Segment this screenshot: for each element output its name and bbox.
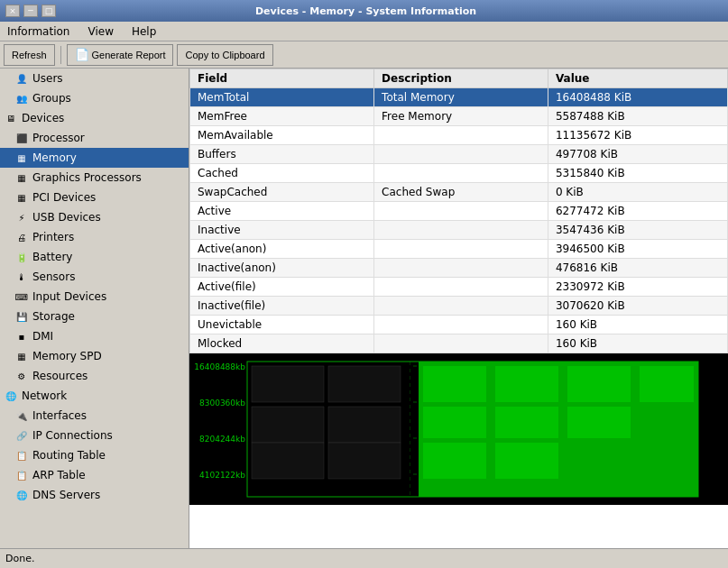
- cell-description: [374, 145, 548, 164]
- cell-value: 160 KiB: [548, 334, 727, 353]
- sidebar-item-storage[interactable]: 💾 Storage: [0, 307, 189, 326]
- sidebar-item-network[interactable]: 🌐 Network: [0, 386, 189, 406]
- table-row[interactable]: Mlocked 160 KiB: [190, 334, 728, 353]
- sidebar-item-ipconn[interactable]: 🔗 IP Connections: [0, 426, 189, 445]
- cell-field: Mlocked: [190, 334, 374, 353]
- sidebar-item-resources[interactable]: ⚙ Resources: [0, 366, 189, 386]
- cell-value: 476816 KiB: [548, 259, 727, 278]
- generate-report-label: Generate Report: [92, 50, 166, 60]
- sidebar-item-routing[interactable]: 📋 Routing Table: [0, 445, 189, 465]
- sidebar-label-interfaces: Interfaces: [32, 409, 87, 422]
- sidebar-item-arp[interactable]: 📋 ARP Table: [0, 465, 189, 485]
- sidebar-item-usb[interactable]: ⚡ USB Devices: [0, 207, 189, 227]
- sidebar-item-users[interactable]: 👤 Users: [0, 69, 189, 88]
- sidebar-item-dns[interactable]: 🌐 DNS Servers: [0, 485, 189, 505]
- sidebar-label-devices: Devices: [22, 112, 64, 124]
- sensors-icon: 🌡: [14, 270, 29, 284]
- cell-value: 6277472 KiB: [548, 202, 727, 221]
- memory-icon: ▦: [14, 151, 29, 165]
- table-row[interactable]: MemTotal Total Memory 16408488 KiB: [190, 88, 728, 107]
- sidebar-label-arp: ARP Table: [32, 469, 86, 481]
- generate-report-button[interactable]: 📄 Generate Report: [67, 44, 174, 66]
- resources-icon: ⚙: [14, 369, 29, 383]
- cell-field: Inactive(file): [190, 297, 374, 316]
- svg-rect-29: [423, 443, 486, 479]
- copy-clipboard-button[interactable]: Copy to Clipboard: [177, 44, 272, 66]
- toolbar: Refresh 📄 Generate Report Copy to Clipbo…: [0, 41, 728, 69]
- sidebar-label-dmi: DMI: [32, 330, 53, 343]
- interfaces-icon: 🔌: [14, 408, 29, 423]
- sidebar-label-groups: Groups: [32, 92, 71, 105]
- generate-report-icon: 📄: [75, 48, 89, 61]
- sidebar-item-dmi[interactable]: ▪ DMI: [0, 326, 189, 346]
- svg-rect-19: [328, 366, 401, 402]
- table-row[interactable]: Active(file) 2330972 KiB: [190, 278, 728, 297]
- menu-view[interactable]: View: [84, 24, 116, 39]
- cell-description: Total Memory: [374, 88, 548, 107]
- col-value: Value: [548, 69, 727, 88]
- minimize-btn[interactable]: ─: [23, 5, 38, 17]
- sidebar-item-graphics[interactable]: ▦ Graphics Processors: [0, 168, 189, 188]
- table-row[interactable]: Active(anon) 3946500 KiB: [190, 240, 728, 259]
- sidebar-label-dns: DNS Servers: [32, 489, 100, 501]
- table-row[interactable]: MemAvailable 11135672 KiB: [190, 126, 728, 145]
- battery-icon: 🔋: [14, 250, 29, 264]
- cell-description: [374, 202, 548, 221]
- sidebar-item-devices[interactable]: 🖥 Devices: [0, 108, 189, 128]
- cell-value: 16408488 KiB: [548, 88, 727, 107]
- svg-rect-18: [252, 443, 324, 479]
- sidebar-item-battery[interactable]: 🔋 Battery: [0, 247, 189, 267]
- toolbar-separator: [60, 46, 61, 64]
- cell-field: Active(file): [190, 278, 374, 297]
- table-row[interactable]: Inactive(file) 3070620 KiB: [190, 297, 728, 316]
- storage-icon: 💾: [14, 309, 29, 324]
- sidebar-label-pci: PCI Devices: [32, 191, 96, 204]
- sidebar-label-memory: Memory: [32, 151, 77, 164]
- sidebar-item-memory[interactable]: ▦ Memory: [0, 148, 189, 168]
- svg-rect-22: [423, 366, 486, 402]
- sidebar-item-groups[interactable]: 👥 Groups: [0, 88, 189, 108]
- window-controls[interactable]: × ─ □: [5, 5, 56, 17]
- arp-icon: 📋: [14, 468, 29, 482]
- svg-rect-27: [495, 407, 558, 438]
- maximize-btn[interactable]: □: [41, 5, 56, 17]
- table-row[interactable]: Buffers 497708 KiB: [190, 145, 728, 164]
- cell-description: [374, 221, 548, 240]
- input-icon: ⌨: [14, 289, 29, 304]
- svg-text:16408488kb: 16408488kb: [194, 362, 245, 371]
- pci-icon: ▦: [14, 190, 29, 205]
- sidebar-item-sensors[interactable]: 🌡 Sensors: [0, 267, 189, 287]
- sidebar-label-battery: Battery: [32, 251, 72, 263]
- svg-text:8204244kb: 8204244kb: [199, 435, 245, 444]
- close-btn[interactable]: ×: [5, 5, 20, 17]
- menu-help[interactable]: Help: [128, 24, 160, 39]
- svg-rect-23: [495, 366, 558, 402]
- table-row[interactable]: Inactive(anon) 476816 KiB: [190, 259, 728, 278]
- table-row[interactable]: Cached 5315840 KiB: [190, 164, 728, 183]
- main-layout: 👤 Users 👥 Groups 🖥 Devices ⬛ Processor ▦…: [0, 69, 728, 548]
- sidebar-item-pci[interactable]: ▦ PCI Devices: [0, 188, 189, 207]
- table-row[interactable]: Inactive 3547436 KiB: [190, 221, 728, 240]
- table-row[interactable]: Unevictable 160 KiB: [190, 316, 728, 334]
- table-row[interactable]: MemFree Free Memory 5587488 KiB: [190, 107, 728, 126]
- table-row[interactable]: SwapCached Cached Swap 0 KiB: [190, 183, 728, 202]
- cell-value: 2330972 KiB: [548, 278, 727, 297]
- memory-chart: 16408488kb 8300360kb 8204244kb 4102122kb: [189, 353, 728, 505]
- cell-value: 3946500 KiB: [548, 240, 727, 259]
- menu-bar: Information View Help: [0, 22, 728, 41]
- sidebar-label-input: Input Devices: [32, 290, 106, 303]
- sidebar-label-memspd: Memory SPD: [32, 350, 102, 362]
- sidebar-label-storage: Storage: [32, 310, 75, 323]
- sidebar-item-processor[interactable]: ⬛ Processor: [0, 128, 189, 148]
- sidebar-item-memspd[interactable]: ▦ Memory SPD: [0, 346, 189, 366]
- sidebar-label-printers: Printers: [32, 231, 74, 243]
- sidebar-label-processor: Processor: [32, 132, 85, 144]
- table-row[interactable]: Active 6277472 KiB: [190, 202, 728, 221]
- refresh-button[interactable]: Refresh: [4, 44, 55, 66]
- sidebar-item-input[interactable]: ⌨ Input Devices: [0, 287, 189, 307]
- menu-information[interactable]: Information: [4, 24, 73, 39]
- sidebar-item-printers[interactable]: 🖨 Printers: [0, 227, 189, 247]
- cell-value: 497708 KiB: [548, 145, 727, 164]
- sidebar-item-interfaces[interactable]: 🔌 Interfaces: [0, 406, 189, 426]
- svg-text:4102122kb: 4102122kb: [199, 471, 245, 480]
